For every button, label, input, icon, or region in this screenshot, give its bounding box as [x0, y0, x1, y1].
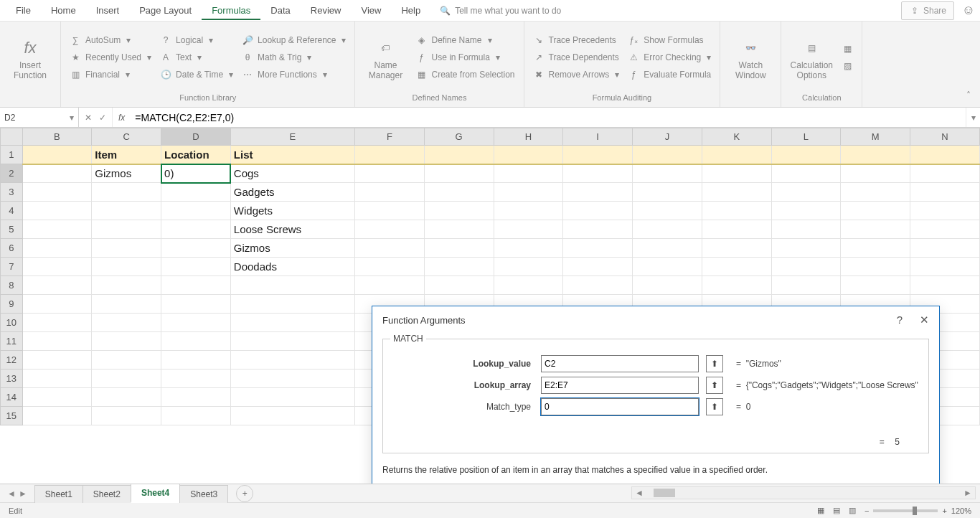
- scroll-left-icon[interactable]: ◄: [632, 488, 646, 498]
- tell-me-search[interactable]: 🔍 Tell me what you want to do: [430, 1, 570, 21]
- view-normal-icon[interactable]: ▦: [817, 506, 824, 515]
- cell-M1[interactable]: [841, 146, 910, 164]
- add-sheet-button[interactable]: +: [236, 485, 253, 502]
- cell-E7[interactable]: Doodads: [230, 258, 354, 276]
- collapse-ribbon-icon[interactable]: ˄: [963, 90, 974, 101]
- tab-sheet2[interactable]: Sheet2: [83, 485, 131, 503]
- face-icon[interactable]: ☺: [963, 5, 974, 17]
- fx-button[interactable]: fx: [113, 108, 131, 127]
- cell-K2[interactable]: [702, 164, 771, 183]
- col-B[interactable]: B: [22, 128, 92, 146]
- row-13[interactable]: 13: [1, 369, 23, 388]
- show-formulas-button[interactable]: ƒₓShow Formulas: [626, 33, 712, 47]
- menu-help[interactable]: Help: [391, 1, 430, 20]
- cell-E3[interactable]: Gadgets: [230, 183, 354, 202]
- cell-C2[interactable]: Gizmos: [92, 164, 161, 183]
- col-D[interactable]: D: [161, 128, 231, 146]
- row-6[interactable]: 6: [1, 239, 23, 258]
- row-5[interactable]: 5: [1, 220, 23, 239]
- col-E[interactable]: E: [230, 128, 354, 146]
- row-2[interactable]: 2: [1, 164, 23, 183]
- financial-button[interactable]: ▥Financial▾: [68, 67, 153, 82]
- recently-used-button[interactable]: ★Recently Used▾: [68, 50, 153, 65]
- cell-L1[interactable]: [771, 146, 841, 164]
- arg-match-type-input[interactable]: [541, 398, 699, 415]
- scrollbar-thumb[interactable]: [654, 489, 675, 497]
- cell-E1[interactable]: List: [230, 146, 354, 164]
- formula-input[interactable]: [131, 108, 966, 127]
- tab-sheet4[interactable]: Sheet4: [131, 484, 180, 503]
- cell-B3[interactable]: [22, 183, 92, 202]
- cell-H2[interactable]: [494, 164, 563, 183]
- error-checking-button[interactable]: ⚠Error Checking▾: [626, 50, 712, 65]
- collapse-icon[interactable]: ⬆: [706, 377, 723, 394]
- menu-formulas[interactable]: Formulas: [202, 1, 260, 20]
- row-14[interactable]: 14: [1, 388, 23, 407]
- calculation-options-button[interactable]: ▤ Calculation Options: [788, 23, 834, 91]
- view-pagelayout-icon[interactable]: ▤: [833, 506, 840, 515]
- create-from-selection-button[interactable]: ▦Create from Selection: [414, 67, 516, 82]
- col-J[interactable]: J: [633, 128, 702, 146]
- cell-I1[interactable]: [563, 146, 633, 164]
- cell-N2[interactable]: [910, 164, 980, 183]
- morefn-button[interactable]: ⋯More Functions▾: [240, 67, 347, 82]
- scroll-right-icon[interactable]: ►: [961, 488, 975, 498]
- cell-K1[interactable]: [702, 146, 771, 164]
- name-manager-button[interactable]: 🏷 Name Manager: [362, 23, 408, 91]
- zoom-out-icon[interactable]: −: [864, 507, 869, 515]
- datetime-button[interactable]: 🕒Date & Time▾: [159, 67, 235, 82]
- cell-I2[interactable]: [563, 164, 633, 183]
- lookup-button[interactable]: 🔎Lookup & Reference▾: [240, 33, 347, 47]
- row-8[interactable]: 8: [1, 276, 23, 295]
- dialog-close-icon[interactable]: ✕: [920, 314, 929, 326]
- cell-M2[interactable]: [841, 164, 910, 183]
- row-7[interactable]: 7: [1, 258, 23, 276]
- arg-lookup-value-input[interactable]: [541, 355, 699, 372]
- row-15[interactable]: 15: [1, 407, 23, 425]
- cell-J1[interactable]: [633, 146, 702, 164]
- cell-F1[interactable]: [355, 146, 425, 164]
- row-3[interactable]: 3: [1, 183, 23, 202]
- menu-view[interactable]: View: [351, 1, 391, 20]
- chevron-down-icon[interactable]: ▾: [70, 113, 74, 123]
- row-11[interactable]: 11: [1, 332, 23, 351]
- cell-D1[interactable]: Location: [161, 146, 231, 164]
- view-pagebreak-icon[interactable]: ▥: [849, 506, 856, 515]
- cell-E5[interactable]: Loose Screws: [230, 220, 354, 239]
- arg-lookup-array-input[interactable]: [541, 377, 699, 394]
- cell-E4[interactable]: Widgets: [230, 202, 354, 220]
- row-9[interactable]: 9: [1, 295, 23, 314]
- column-headers[interactable]: B C D E F G H I J K L M N: [1, 128, 980, 146]
- cell-D3[interactable]: [161, 183, 231, 202]
- cell-C1[interactable]: Item: [92, 146, 161, 164]
- cancel-edit-icon[interactable]: ✕: [85, 113, 92, 123]
- use-in-formula-button[interactable]: ƒUse in Formula▾: [414, 50, 516, 65]
- calc-sheet-button[interactable]: ▨: [840, 59, 854, 73]
- calc-now-button[interactable]: ▦: [840, 42, 854, 56]
- tab-nav-next-icon[interactable]: ►: [19, 489, 27, 499]
- share-button[interactable]: ⇪ Share: [901, 1, 954, 20]
- menu-file[interactable]: File: [6, 1, 41, 20]
- horizontal-scrollbar[interactable]: ◄ ►: [631, 486, 976, 499]
- select-all-corner[interactable]: [1, 128, 23, 146]
- cell-N1[interactable]: [910, 146, 980, 164]
- remove-arrows-button[interactable]: ✖Remove Arrows▾: [532, 67, 621, 82]
- trace-dependents-button[interactable]: ↗Trace Dependents: [532, 50, 621, 65]
- tab-nav-prev-icon[interactable]: ◄: [7, 489, 16, 499]
- menu-home[interactable]: Home: [41, 1, 86, 20]
- text-button[interactable]: AText▾: [159, 50, 235, 65]
- col-G[interactable]: G: [424, 128, 494, 146]
- collapse-icon[interactable]: ⬆: [706, 398, 723, 415]
- accept-edit-icon[interactable]: ✓: [99, 113, 106, 123]
- spreadsheet-grid[interactable]: B C D E F G H I J K L M N 1 Item Locatio…: [0, 128, 980, 484]
- cell-J2[interactable]: [633, 164, 702, 183]
- trace-precedents-button[interactable]: ↘Trace Precedents: [532, 33, 621, 47]
- col-L[interactable]: L: [771, 128, 841, 146]
- col-H[interactable]: H: [494, 128, 563, 146]
- row-10[interactable]: 10: [1, 314, 23, 332]
- collapse-icon[interactable]: ⬆: [706, 355, 723, 372]
- cell-E2[interactable]: Cogs: [230, 164, 354, 183]
- col-F[interactable]: F: [355, 128, 425, 146]
- expand-formula-bar-icon[interactable]: ▾: [966, 108, 980, 127]
- zoom-control[interactable]: − + 120%: [864, 507, 971, 515]
